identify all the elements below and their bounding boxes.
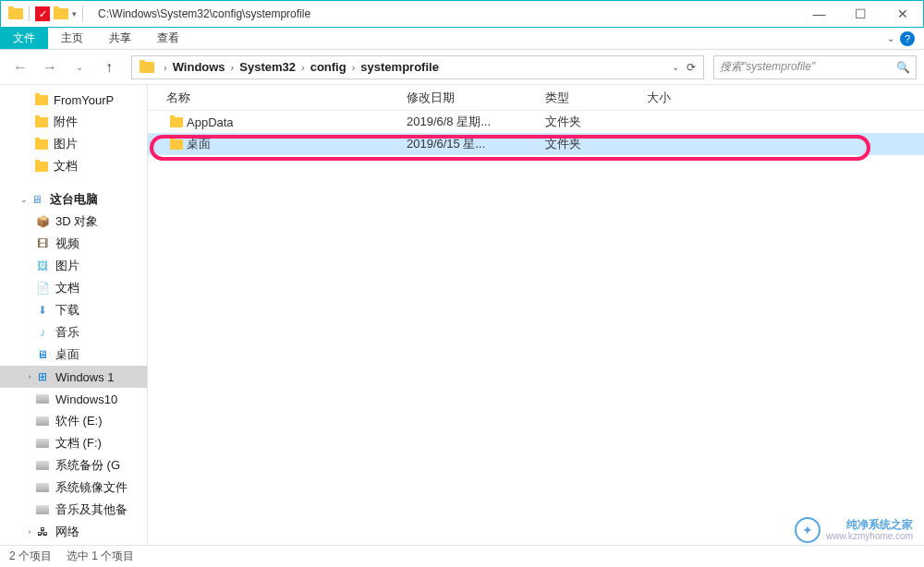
sidebar-item[interactable]: 文档	[0, 155, 147, 177]
folder-icon	[170, 139, 183, 150]
sidebar-item[interactable]: Windows10	[0, 388, 147, 410]
ribbon-expand-icon[interactable]: ⌄	[887, 33, 894, 43]
file-name: AppData	[187, 115, 234, 129]
recent-dropdown[interactable]: ⌄	[67, 54, 92, 80]
tab-file[interactable]: 文件	[0, 28, 48, 49]
desk-icon: 🖥	[35, 347, 50, 362]
forward-button[interactable]: →	[37, 54, 63, 80]
folder-icon	[8, 8, 23, 19]
sidebar-item[interactable]: 📦3D 对象	[0, 211, 147, 233]
file-row[interactable]: AppData2019/6/8 星期...文件夹	[148, 111, 924, 133]
back-button[interactable]: ←	[7, 54, 33, 80]
net-icon: 🖧	[35, 525, 50, 539]
separator	[82, 6, 83, 21]
title-bar: ✓ ▾ C:\Windows\System32\config\systempro…	[0, 0, 924, 28]
search-icon[interactable]: 🔍	[896, 61, 910, 74]
sidebar-item[interactable]: 附件	[0, 111, 147, 133]
chevron-right-icon[interactable]: ›	[301, 62, 305, 73]
caret-icon[interactable]: ›	[24, 372, 35, 381]
sidebar-item-label: 文档	[54, 158, 78, 175]
column-headers: 名称 修改日期 类型 大小	[148, 85, 924, 111]
sidebar-item[interactable]: 软件 (E:)	[0, 410, 147, 432]
search-input[interactable]: 搜索"systemprofile" 🔍	[713, 55, 917, 79]
sidebar-item[interactable]: ⬇下载	[0, 299, 147, 321]
tab-home[interactable]: 主页	[48, 28, 96, 49]
sidebar-item[interactable]: 文档 (F:)	[0, 432, 147, 454]
disk-icon	[36, 483, 49, 492]
breadcrumb[interactable]: › Windows › System32 › config › systempr…	[131, 55, 704, 79]
sidebar-item-this-pc[interactable]: ⌄ 🖥 这台电脑	[0, 188, 147, 211]
sidebar-item[interactable]: 图片	[0, 133, 147, 155]
maximize-button[interactable]: ☐	[840, 1, 881, 27]
sidebar-item-label: 系统镜像文件	[55, 479, 128, 496]
status-selected-count: 选中 1 个项目	[67, 549, 134, 564]
sidebar-item-label: 音乐	[55, 324, 79, 341]
status-bar: 2 个项目 选中 1 个项目	[0, 545, 924, 567]
caret-down-icon[interactable]: ⌄	[18, 195, 30, 204]
explorer-body: FromYourP附件图片文档 ⌄ 🖥 这台电脑 📦3D 对象🎞视频🖼图片📄文档…	[0, 85, 924, 545]
sidebar-item[interactable]: 🎞视频	[0, 233, 147, 255]
sidebar-item[interactable]: 🖼图片	[0, 255, 147, 277]
column-header-type[interactable]: 类型	[536, 90, 638, 106]
sidebar-item[interactable]: ♪音乐	[0, 321, 147, 344]
sidebar-item[interactable]: 音乐及其他备	[0, 499, 147, 521]
sidebar-item[interactable]: 系统镜像文件	[0, 477, 147, 499]
ribbon-help-area: ⌄ ?	[887, 28, 924, 49]
column-header-name[interactable]: 名称	[148, 90, 397, 106]
help-icon[interactable]: ?	[900, 31, 915, 46]
sidebar-item-label: 图片	[54, 136, 78, 152]
sidebar-item-label: 下载	[55, 302, 79, 319]
folder-icon[interactable]	[54, 8, 68, 19]
breadcrumb-item[interactable]: Windows	[173, 60, 225, 74]
sidebar-item[interactable]: 📄文档	[0, 277, 147, 299]
file-type: 文件夹	[536, 136, 638, 152]
tab-share[interactable]: 共享	[96, 28, 144, 49]
breadcrumb-item[interactable]: System32	[239, 60, 296, 74]
refresh-icon[interactable]: ⟳	[687, 61, 696, 74]
close-button[interactable]: ✕	[881, 1, 923, 27]
check-icon[interactable]: ✓	[35, 6, 50, 21]
folder-icon	[35, 139, 48, 150]
window-controls: — ☐ ✕	[798, 1, 923, 27]
video-icon: 🎞	[35, 236, 50, 251]
watermark-url: www.kzmyhome.com	[826, 531, 913, 541]
quick-access-toolbar: ✓ ▾ C:\Windows\System32\config\systempro…	[1, 6, 310, 21]
sidebar-item[interactable]: 系统备份 (G	[0, 454, 147, 477]
music-icon: ♪	[35, 325, 50, 340]
chevron-right-icon[interactable]: ›	[164, 62, 167, 73]
watermark-logo-icon: ✦	[795, 517, 821, 543]
sidebar-item-label: Windows 1	[55, 370, 115, 384]
separator	[29, 6, 30, 21]
sidebar-item[interactable]: ›⊞Windows 1	[0, 366, 147, 388]
column-header-date[interactable]: 修改日期	[397, 90, 536, 106]
sidebar-item[interactable]: 🖥桌面	[0, 344, 147, 366]
sidebar-item-label: 音乐及其他备	[55, 501, 128, 518]
address-dropdown-icon[interactable]: ⌄	[672, 62, 679, 72]
sidebar-item-label: FromYourP	[54, 93, 114, 107]
up-button[interactable]: ↑	[96, 54, 122, 80]
breadcrumb-item[interactable]: config	[310, 60, 346, 74]
pic-icon: 🖼	[35, 259, 50, 273]
sidebar-item-label: 文档 (F:)	[55, 435, 102, 452]
file-row[interactable]: 桌面2019/6/15 星...文件夹	[148, 133, 924, 155]
tab-view[interactable]: 查看	[144, 28, 192, 49]
sidebar-item-label: 附件	[54, 114, 78, 130]
qat-dropdown[interactable]: ▾	[72, 9, 77, 18]
3d-icon: 📦	[35, 214, 50, 229]
folder-icon	[35, 162, 48, 172]
disk-icon	[36, 439, 49, 448]
sidebar-item-label: 系统备份 (G	[55, 457, 120, 474]
disk-icon	[36, 505, 49, 514]
sidebar-item[interactable]: FromYourP	[0, 89, 147, 111]
status-item-count: 2 个项目	[9, 549, 52, 564]
caret-icon[interactable]: ›	[24, 527, 35, 537]
chevron-right-icon[interactable]: ›	[352, 62, 356, 73]
breadcrumb-item[interactable]: systemprofile	[360, 60, 439, 74]
chevron-right-icon[interactable]: ›	[231, 62, 235, 73]
column-header-size[interactable]: 大小	[638, 90, 711, 106]
sidebar-item[interactable]: ›🖧网络	[0, 521, 147, 543]
navigation-pane[interactable]: FromYourP附件图片文档 ⌄ 🖥 这台电脑 📦3D 对象🎞视频🖼图片📄文档…	[0, 85, 148, 545]
disk-icon	[36, 416, 49, 426]
minimize-button[interactable]: —	[798, 1, 840, 27]
file-list-pane[interactable]: 名称 修改日期 类型 大小 AppData2019/6/8 星期...文件夹桌面…	[148, 85, 924, 545]
